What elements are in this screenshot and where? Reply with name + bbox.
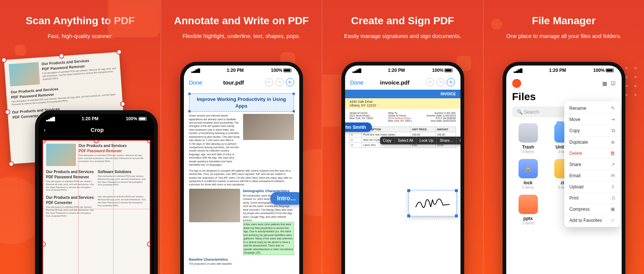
menu-icon: ⇥ xyxy=(611,117,615,122)
menu-duplicate[interactable]: Duplicate⊕ xyxy=(564,136,620,147)
signature-box[interactable] xyxy=(408,190,457,216)
menu-delete[interactable]: Delete🗑 xyxy=(564,147,620,159)
undo-icon[interactable]: ↶ xyxy=(265,78,273,86)
menu-label: Duplicate xyxy=(570,140,588,145)
crop-frame[interactable]: Our Products and ServicesPDF Password Re… xyxy=(42,140,150,274)
file-icon: 🔒 xyxy=(519,159,538,178)
status-bar: 1:20 PM 100% xyxy=(39,114,154,124)
headline: File Manager xyxy=(484,15,644,27)
highlighted-text[interactable]: A few users were clinic patients that we… xyxy=(243,222,294,255)
status-time: 1:20 PM xyxy=(549,68,566,73)
signal-icon xyxy=(191,68,200,73)
subline: Flexible highlight, underline, text, sha… xyxy=(161,32,322,40)
document-image xyxy=(243,114,294,140)
file-sub: 3 items xyxy=(512,185,544,189)
menu-rename[interactable]: Rename✎ xyxy=(564,103,620,114)
menu-label: Compress xyxy=(570,207,590,212)
nav-bar: Done invoice.pdf ↶ ↷ ✎ xyxy=(345,75,460,90)
selection-handle[interactable] xyxy=(188,92,191,95)
selection-handle[interactable] xyxy=(455,214,458,217)
context-menu: Copy Select All Look Up Share… Highlight xyxy=(380,137,460,144)
selected-text-box[interactable]: Improve Working Productivity in Using Ap… xyxy=(189,93,294,112)
file-sub: 3 items xyxy=(512,150,544,154)
file-item[interactable]: pptx3 items xyxy=(512,195,544,225)
signal-icon xyxy=(46,116,54,121)
undo-icon[interactable]: ↶ xyxy=(426,78,434,86)
invoice-document[interactable]: John Smith INVOICE 4490 Oak DriveAlbany,… xyxy=(345,90,460,274)
menu-select-all[interactable]: Select All xyxy=(395,137,417,144)
menu-icon: ⧉ xyxy=(612,128,615,134)
grid-view-icon[interactable]: ▦ xyxy=(602,80,607,86)
app-logo-icon xyxy=(512,79,521,88)
selection-handle[interactable] xyxy=(455,189,458,192)
menu-compress[interactable]: Compress▣ xyxy=(564,203,620,214)
selection-handle[interactable] xyxy=(407,214,410,217)
nav-bar: Done tour.pdf ↶ ↷ ✎ xyxy=(184,75,299,90)
battery-icon xyxy=(444,68,453,72)
menu-copy[interactable]: Copy⧉ xyxy=(564,125,620,136)
selection-handle[interactable] xyxy=(188,110,191,113)
crop-handle[interactable] xyxy=(94,140,99,143)
battery-icon xyxy=(606,68,614,72)
menu-icon: ✎ xyxy=(611,105,615,111)
pen-tool-icon[interactable]: ✎ xyxy=(286,78,294,86)
redo-icon[interactable]: ↷ xyxy=(436,78,444,86)
back-icon[interactable]: ‹ xyxy=(44,127,46,133)
menu-share[interactable]: Share… xyxy=(437,137,457,144)
file-name: lock xyxy=(512,180,544,185)
menu-icon: 🗑 xyxy=(610,150,615,156)
phone-mockup: 1:20 PM 100% ‹ Crop Our Products and Ser… xyxy=(35,110,158,274)
menu-upload[interactable]: Upload⇪ xyxy=(564,181,620,192)
crop-handle[interactable] xyxy=(147,140,150,143)
redo-icon[interactable]: ↷ xyxy=(275,78,284,86)
battery-icon xyxy=(283,68,291,72)
done-button[interactable]: Done xyxy=(189,79,203,86)
menu-label: Delete xyxy=(570,151,583,156)
document-body[interactable]: Improve Working Productivity in Using Ap… xyxy=(184,90,299,274)
menu-label: Email xyxy=(570,173,581,178)
menu-share[interactable]: Share↗ xyxy=(564,159,620,170)
menu-icon: ⎙ xyxy=(612,195,615,201)
name-popup[interactable]: John Smith xyxy=(345,122,372,132)
headline: Create and Sign PDF xyxy=(322,15,483,27)
nav-title: tour.pdf xyxy=(223,79,244,86)
file-item[interactable]: 🔒lock3 items xyxy=(512,159,544,189)
menu-print[interactable]: Print⎙ xyxy=(564,192,620,203)
menu-move[interactable]: Move⇥ xyxy=(564,114,620,125)
status-time: 1:20 PM xyxy=(82,116,98,121)
highlighted-address[interactable]: 4490 Oak DriveAlbany, NY 12210 xyxy=(345,98,460,109)
document-image xyxy=(189,189,240,222)
file-sub: 3 items xyxy=(512,221,544,225)
file-manager-view: ▦ ☑ Files 🔍 Search Trash3 itemsUntitled3… xyxy=(506,75,622,274)
context-menu: Rename✎Move⇥Copy⧉Duplicate⊕Delete🗑Share↗… xyxy=(564,101,620,227)
crop-handle[interactable] xyxy=(42,140,46,143)
file-name: Trash xyxy=(512,144,544,150)
panel-file-manager: File Manager One place to manage all you… xyxy=(483,0,644,274)
menu-email[interactable]: Email✉ xyxy=(564,170,620,181)
nav-title: invoice.pdf xyxy=(380,79,409,86)
menu-label: Share xyxy=(570,162,581,167)
menu-highlight[interactable]: Highlight xyxy=(457,137,460,144)
phone-mockup: 1:20 PM 100% Done invoice.pdf ↶ ↷ ✎ John… xyxy=(341,62,464,274)
selection-handle[interactable] xyxy=(292,92,295,95)
menu-label: Move xyxy=(570,117,580,122)
menu-copy[interactable]: Copy xyxy=(380,137,395,144)
menu-icon: ↗ xyxy=(611,162,615,167)
select-icon[interactable]: ☑ xyxy=(611,80,616,86)
crop-handle[interactable] xyxy=(147,242,150,247)
menu-add-to-favorites[interactable]: Add to Favorites☆ xyxy=(564,214,620,226)
menu-icon: ✉ xyxy=(611,173,615,178)
annotation-popup[interactable]: Intro… xyxy=(270,192,299,205)
file-icon xyxy=(519,123,538,143)
menu-lookup[interactable]: Look Up xyxy=(417,137,437,144)
crop-handle[interactable] xyxy=(42,242,46,247)
selection-handle[interactable] xyxy=(292,110,295,113)
selection-handle[interactable] xyxy=(407,189,410,192)
menu-label: Copy xyxy=(570,128,580,133)
menu-icon: ☆ xyxy=(610,217,615,223)
status-bar: 1:20 PM 100% xyxy=(345,66,460,75)
file-item[interactable]: Trash3 items xyxy=(512,123,544,154)
subline: Easily manage signatures and sign docume… xyxy=(322,32,483,40)
done-button[interactable]: Done xyxy=(350,79,364,86)
pen-tool-icon[interactable]: ✎ xyxy=(447,78,455,86)
